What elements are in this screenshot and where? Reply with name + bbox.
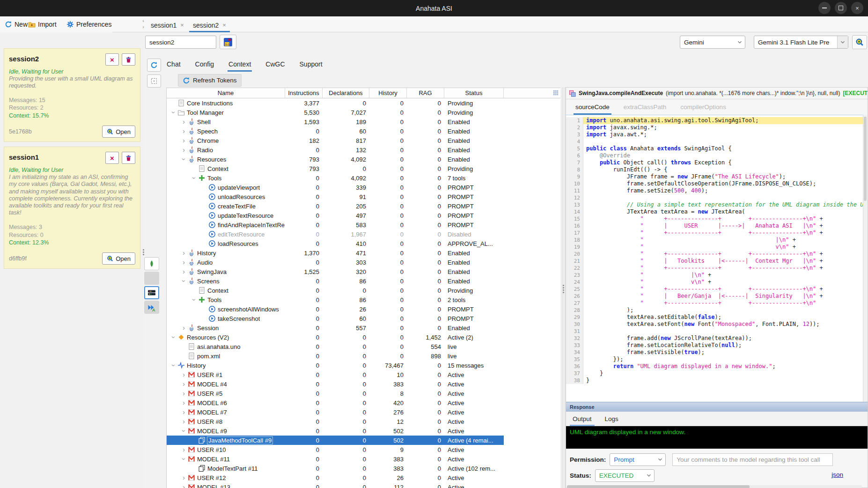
table-settings-icon[interactable] [552, 89, 559, 96]
expander-icon[interactable]: › [180, 390, 188, 397]
expander-icon[interactable]: › [180, 409, 188, 415]
toolbar-grip[interactable] [141, 249, 145, 255]
permission-select[interactable]: Prompt [610, 453, 666, 466]
mongo-toolkit-button[interactable] [144, 257, 159, 270]
restore-button[interactable] [835, 2, 847, 14]
expander-icon[interactable]: › [191, 296, 198, 304]
session-delete-button[interactable] [122, 53, 135, 66]
column-header-status[interactable]: Status [444, 88, 504, 98]
tab-chat[interactable]: Chat [166, 55, 182, 73]
table-row[interactable]: asi.anahata.uno000554live [167, 342, 504, 351]
menu-preferences[interactable]: Preferences [65, 16, 113, 32]
table-row[interactable]: screenshotAllWindows02600PROMPT [167, 304, 504, 314]
table-row[interactable]: ›History0073,467015 messages [167, 361, 504, 370]
tab-context[interactable]: Context [228, 55, 252, 73]
session-tab-session2[interactable]: session2 × [193, 18, 226, 32]
refresh-tokens-button[interactable]: Refresh Tokens [178, 74, 242, 87]
expander-icon[interactable]: › [180, 371, 188, 378]
tab-support[interactable]: Support [299, 55, 324, 73]
table-row[interactable]: ›USER #800120Active [167, 417, 504, 426]
java-toolkit-button[interactable] [144, 272, 159, 285]
table-row[interactable]: ›Chrome18281700Enabled [167, 136, 504, 145]
expander-icon[interactable]: › [191, 174, 198, 182]
expander-icon[interactable]: › [180, 268, 188, 275]
table-row[interactable]: takeScreenshot06000PROMPT [167, 314, 504, 323]
expander-icon[interactable]: › [180, 147, 188, 153]
table-row[interactable]: ›USER #1200260Active [167, 473, 504, 482]
status-select[interactable]: EXECUTED [595, 469, 655, 482]
table-row[interactable]: ›Resources7934,09200Enabled [167, 155, 504, 164]
expander-icon[interactable]: › [180, 474, 188, 481]
expander-icon[interactable]: › [180, 259, 188, 266]
table-row[interactable]: updateTextResource049700PROMPT [167, 211, 504, 220]
table-row[interactable]: Context0000Providing [167, 286, 504, 295]
scroll-left-icon[interactable]: ‹ [142, 18, 144, 24]
table-row[interactable]: ›Tool Manager5,5307,02700Providing [167, 108, 504, 117]
expander-icon[interactable]: › [181, 455, 187, 463]
expander-icon[interactable]: › [170, 333, 177, 341]
expander-icon[interactable]: › [180, 381, 188, 387]
panel-splitter[interactable] [562, 87, 566, 488]
code-tab-sourceCode[interactable]: sourceCode [575, 99, 610, 115]
table-row[interactable]: ›Tools086002 tools [167, 295, 504, 304]
scroll-right-icon[interactable]: › [142, 24, 144, 30]
table-row[interactable]: ›Resources (V2)0001,452Active (2) [167, 333, 504, 342]
session-close-button[interactable]: × [105, 152, 119, 164]
json-link[interactable]: json [831, 471, 843, 478]
table-row[interactable]: JavaMethodToolCall #9005020Active (4 rem… [167, 436, 504, 445]
expander-icon[interactable]: › [181, 427, 187, 435]
table-row[interactable]: pom.xml000898live [167, 351, 504, 361]
expander-icon[interactable]: › [180, 325, 188, 331]
table-row[interactable]: ›Audio030300Enabled [167, 258, 504, 267]
response-bar[interactable]: Response [566, 402, 868, 412]
table-row[interactable]: ›SwingJava1,52532000Enabled [167, 267, 504, 276]
save-session-button[interactable]: 5.0 [220, 35, 236, 49]
column-header-history[interactable]: History [369, 88, 407, 98]
session-tab-session1[interactable]: session1 × [151, 18, 184, 32]
expander-icon[interactable]: › [170, 109, 177, 117]
expander-icon[interactable]: › [170, 362, 177, 370]
expander-icon[interactable]: › [181, 155, 187, 163]
expander-icon[interactable]: › [180, 484, 188, 488]
screens-toolkit-button[interactable] [144, 286, 159, 299]
table-row[interactable]: ›History1,37047100Enabled [167, 248, 504, 258]
table-row[interactable]: ›Speech06000Enabled [167, 126, 504, 136]
menu-import[interactable]: Import [26, 16, 59, 32]
table-row[interactable]: ›Session055700Enabled [167, 323, 504, 333]
table-row[interactable]: unloadResources09100PROMPT [167, 192, 504, 201]
session-close-button[interactable]: × [105, 53, 119, 66]
menu-new[interactable]: New [3, 16, 29, 32]
table-row[interactable]: ›MODEL #9005020Active [167, 426, 504, 436]
expander-icon[interactable]: › [180, 399, 188, 406]
table-row[interactable]: ›MODEL #13001120Active [167, 482, 504, 488]
run-all-button[interactable]: A [144, 301, 159, 314]
tab-scroll-buttons[interactable]: ‹› [140, 18, 147, 31]
column-header-declarations[interactable]: Declarations [323, 88, 369, 98]
table-row[interactable]: ›Screens08600Enabled [167, 276, 504, 286]
output-tab-logs[interactable]: Logs [605, 412, 618, 426]
table-row[interactable]: ›MODEL #11003830Active [167, 454, 504, 464]
horizontal-scrollbar[interactable] [567, 485, 862, 488]
table-row[interactable]: Core Instructions3,377000Providing [167, 98, 504, 108]
column-header-rag[interactable]: RAG [407, 88, 444, 98]
screenshot-region-button[interactable] [147, 74, 161, 88]
open-session-button[interactable]: Open [102, 126, 135, 138]
column-header-instructions[interactable]: Instructions [285, 88, 323, 98]
model-select[interactable]: Gemini 3.1 Flash Lite Pre [754, 36, 848, 49]
expander-icon[interactable]: › [181, 277, 187, 285]
table-row[interactable]: loadResources041000APPROVE_AL... [167, 239, 504, 248]
table-row[interactable]: Context793000Providing [167, 164, 504, 173]
chevron-down-icon[interactable] [837, 36, 848, 48]
table-row[interactable]: findAndReplaceInTextRe058300PROMPT [167, 220, 504, 229]
code-tab-extraClassPath[interactable]: extraClassPath [624, 99, 667, 115]
table-row[interactable]: ›MODEL #6004200Active [167, 398, 504, 407]
session-name-input[interactable] [145, 36, 216, 49]
table-row[interactable]: createTextFile020500PROMPT [167, 201, 504, 211]
output-tab-output[interactable]: Output [573, 412, 592, 426]
table-row[interactable]: ›Tools04,092007 tools [167, 173, 504, 183]
source-code-editor[interactable]: 1import uno.anahata.asi.swing.agi.tool.S… [566, 115, 868, 402]
model-search-button[interactable] [852, 35, 867, 49]
expander-icon[interactable]: › [180, 446, 188, 453]
expander-icon[interactable]: › [180, 118, 188, 125]
table-row[interactable]: updateViewport033900PROMPT [167, 183, 504, 192]
